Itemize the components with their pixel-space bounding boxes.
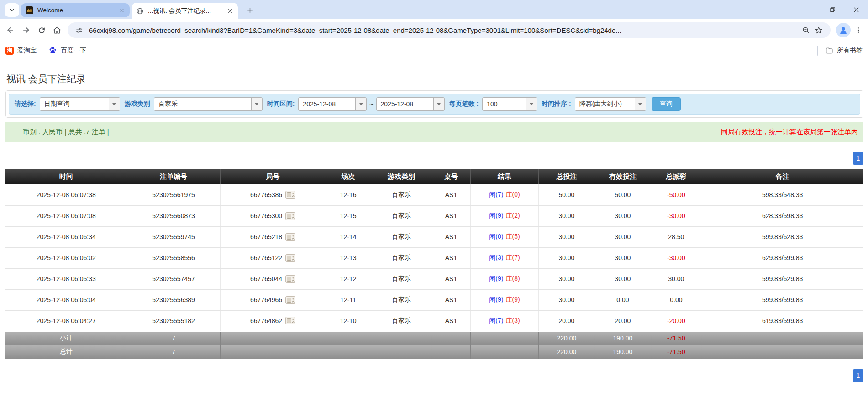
cell-total-bet-link[interactable]: 30.00 [539,289,594,310]
table-header-row: 时间注单编号局号场次游戏类别桌号结果总投注有效投注总派彩备注 [5,169,863,184]
filter-label-sort: 时间排序 : [542,100,571,108]
chevron-down-icon[interactable] [109,98,120,110]
column-header: 场次 [326,169,371,184]
round-number: 667765044 [250,275,282,282]
column-header: 局号 [220,169,326,184]
cell-total-bet-link[interactable]: 30.00 [539,205,594,226]
forward-button[interactable] [19,23,33,37]
maximize-button[interactable] [821,1,844,18]
footer-valid-bet: 190.00 [594,331,651,345]
cell-valid-bet: 0.00 [594,289,651,310]
address-bar[interactable]: 66cxkj98.com/game/betrecord_search/kind3… [68,22,831,38]
cell-valid-bet: 30.00 [594,247,651,268]
cell-total-bet-link[interactable]: 30.00 [539,247,594,268]
tab-welcome[interactable]: Welcome [21,3,130,17]
round-detail-icon[interactable] [285,212,295,220]
url-text[interactable]: 66cxkj98.com/game/betrecord_search/kind3… [89,26,796,34]
close-window-button[interactable] [844,1,868,18]
query-type-select[interactable]: 日期查询 [40,97,120,111]
cell-table-no: AS1 [432,184,470,205]
chevron-down-icon[interactable] [433,98,444,110]
table-row: 2025-12-08 06:07:38 523025561975 6677653… [5,184,863,205]
column-header: 备注 [701,169,863,184]
per-page-select[interactable]: 100 [482,97,537,111]
profile-avatar[interactable] [836,23,851,37]
tab-title: :::视讯. 会员下注纪录::: [148,7,224,15]
cell-time: 2025-12-08 06:07:38 [5,184,127,205]
all-bookmarks[interactable]: 所有书签 [817,41,863,60]
new-tab-button[interactable] [244,4,256,16]
page-button-1[interactable]: 1 [853,152,863,165]
chevron-down-icon[interactable] [355,98,366,110]
cell-round: 667765044 [220,268,326,289]
home-button[interactable] [50,23,64,37]
round-detail-icon[interactable] [285,317,295,324]
close-icon[interactable] [227,8,233,14]
page-button-1[interactable]: 1 [853,369,863,382]
result-banker: 庄(3) [505,317,520,324]
column-header: 结果 [470,169,539,184]
cell-table-no: AS1 [432,289,470,310]
footer-payout: -71.50 [651,331,701,345]
filter-label-game: 游戏类别 [125,100,150,108]
round-detail-icon[interactable] [285,275,295,283]
back-button[interactable] [4,23,17,37]
cell-valid-bet: 50.00 [594,184,651,205]
cell-payout: 28.50 [651,226,701,247]
cell-total-bet-link[interactable]: 30.00 [539,226,594,247]
cell-session: 12-15 [326,205,371,226]
result-player: 闲(9) [489,296,503,303]
result-banker: 庄(9) [505,296,520,303]
cell-game-type: 百家乐 [371,310,432,331]
bookmark-taobao[interactable]: 淘 爱淘宝 [5,47,37,55]
cell-time: 2025-12-08 06:05:33 [5,268,127,289]
date-end-select[interactable]: 2025-12-08 [376,97,445,111]
bookmark-baidu[interactable]: 百度一下 [48,46,86,55]
round-detail-icon[interactable] [285,233,295,241]
cell-bet-id: 523025556389 [127,289,220,310]
round-detail-icon[interactable] [285,254,295,262]
cell-total-bet-link[interactable]: 30.00 [539,268,594,289]
site-settings-icon[interactable] [75,26,83,34]
reload-button[interactable] [35,23,48,37]
round-detail-icon[interactable] [285,296,295,304]
date-start-select[interactable]: 2025-12-08 [298,97,367,111]
result-banker: 庄(5) [505,233,520,240]
notice-text: 同局有效投注，统一计算在该局第一张注单内 [721,128,858,136]
footer-empty [470,345,539,359]
footer-label: 总计 [5,345,127,359]
table-footer-row: 小计 7 220.00 190.00 -71.50 [5,331,863,345]
chevron-down-icon[interactable] [251,98,262,110]
result-banker: 庄(7) [505,254,520,261]
query-type-value: 日期查询 [40,98,109,110]
round-number: 667765122 [250,254,282,261]
browser-menu-button[interactable] [852,23,864,37]
cell-total-bet-link[interactable]: 20.00 [539,310,594,331]
chevron-down-icon[interactable] [635,98,646,110]
sort-order-select[interactable]: 降冪(由大到小) [575,97,646,111]
cell-session: 12-12 [326,268,371,289]
search-button[interactable]: 查询 [652,97,681,111]
round-detail-icon[interactable] [285,191,295,199]
cell-session: 12-13 [326,247,371,268]
cell-remark: 629.83/599.83 [701,247,863,268]
cell-table-no: AS1 [432,226,470,247]
tab-list-button[interactable] [5,3,19,17]
pagination-bottom: 1 [5,369,863,382]
close-icon[interactable] [119,7,125,14]
cell-remark: 598.33/548.33 [701,184,863,205]
cell-total-bet-link[interactable]: 50.00 [539,184,594,205]
cell-valid-bet: 30.00 [594,226,651,247]
tab-bet-records[interactable]: :::视讯. 会员下注纪录::: [132,3,238,19]
minimize-button[interactable] [797,1,821,18]
cell-payout: -30.00 [651,205,701,226]
footer-empty [371,345,432,359]
baidu-paw-icon [48,46,57,55]
bookmark-star-icon[interactable] [815,26,823,34]
zoom-out-icon[interactable] [802,26,810,34]
chevron-down-icon[interactable] [526,98,537,110]
cell-bet-id: 523025558556 [127,247,220,268]
result-banker: 庄(0) [505,191,520,198]
filter-label-range: 时间区间: [267,100,295,108]
game-type-select[interactable]: 百家乐 [154,97,263,111]
